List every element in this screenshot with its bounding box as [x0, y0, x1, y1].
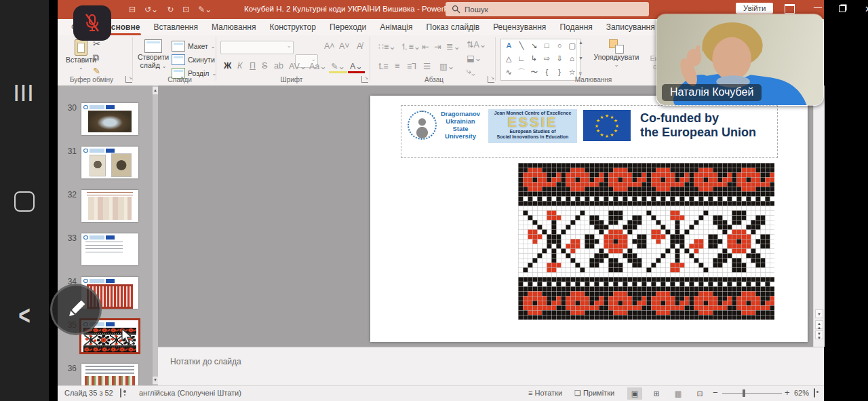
- muted-mic-button[interactable]: [73, 5, 111, 41]
- increase-indent-icon[interactable]: ⇥: [432, 41, 443, 52]
- paragraph-dialog-launcher[interactable]: ↘: [488, 76, 494, 83]
- language-indicator[interactable]: англійська (Сполучені Штати): [139, 389, 241, 397]
- font-color-icon[interactable]: A⌄: [348, 61, 365, 73]
- save-icon[interactable]: ⊟: [129, 4, 136, 15]
- zoom-slider-thumb[interactable]: [743, 389, 745, 397]
- new-slide-button[interactable]: Створити слайд ⌄: [138, 39, 169, 71]
- undo-icon[interactable]: ↺⌄: [144, 4, 158, 15]
- cut-icon[interactable]: ✂: [93, 39, 100, 49]
- align-left-icon[interactable]: Ꝉ≡: [376, 61, 391, 71]
- annotation-pencil-button[interactable]: [50, 284, 102, 335]
- restore-button[interactable]: [839, 5, 846, 14]
- scroll-down-icon[interactable]: ▼: [815, 309, 823, 318]
- bullets-icon[interactable]: ∷≡⌄: [376, 41, 398, 52]
- scribble-shape-icon[interactable]: ∿: [502, 66, 515, 79]
- align-center-icon[interactable]: ≡: [393, 61, 401, 71]
- recents-icon[interactable]: |||: [0, 81, 49, 102]
- shapes-scroll-down-icon[interactable]: ▼: [578, 56, 583, 60]
- minimize-button[interactable]: —: [814, 3, 822, 12]
- highlight-color-icon[interactable]: ✎⌄: [329, 61, 347, 73]
- decrease-indent-icon[interactable]: ⇤: [420, 41, 431, 52]
- tab-slideshow[interactable]: Показ слайдів: [420, 20, 487, 35]
- search-input[interactable]: Пошук: [446, 2, 649, 16]
- logo-strip[interactable]: Dragomanov Ukrainian State University Je…: [401, 105, 778, 158]
- close-button[interactable]: ✕: [865, 4, 868, 14]
- bold-button[interactable]: Ж: [222, 61, 233, 71]
- copy-icon[interactable]: ⧉: [93, 53, 99, 62]
- tab-animations[interactable]: Анімація: [373, 20, 419, 35]
- zoom-in-icon[interactable]: +: [785, 387, 790, 398]
- line-shape-icon[interactable]: ╲: [515, 40, 528, 53]
- curve-shape-icon[interactable]: 〜: [528, 66, 540, 79]
- font-dialog-launcher[interactable]: ↘: [361, 76, 368, 83]
- home-icon[interactable]: [0, 191, 49, 214]
- tab-design[interactable]: Конструктор: [262, 20, 322, 35]
- pen-icon[interactable]: ✎⌄: [198, 4, 212, 15]
- zoom-out-icon[interactable]: −: [713, 387, 718, 398]
- editor-vertical-scrollbar[interactable]: ▼ ▲▲ ▼▼: [813, 85, 825, 347]
- tab-draw[interactable]: Малювання: [205, 20, 262, 35]
- shapes-gallery[interactable]: A ╲ ↘ □ ○ ▢ △ ∟ ↳ ⇨ ⇩ ⌂ ∿ ⌒ 〜 { } ☆: [500, 39, 580, 81]
- tab-view[interactable]: Подання: [553, 20, 599, 35]
- down-arrow-shape-icon[interactable]: ⇩: [553, 53, 566, 66]
- align-right-icon[interactable]: ≡Ꞁ: [405, 61, 418, 71]
- next-slide-icon[interactable]: ▼▼: [815, 330, 823, 339]
- participant-video[interactable]: Наталія Кочубей: [656, 14, 824, 106]
- slide-thumbnail-30[interactable]: [81, 103, 138, 135]
- sign-in-button[interactable]: Увійти: [736, 3, 773, 14]
- arrange-button[interactable]: Упорядкувати⌄: [591, 39, 642, 69]
- fit-to-window-icon[interactable]: [814, 388, 815, 398]
- start-slideshow-icon[interactable]: ⊡: [182, 4, 189, 15]
- char-spacing-button[interactable]: AV⌄: [287, 61, 309, 71]
- justify-icon[interactable]: ☰: [421, 61, 433, 71]
- format-painter-icon[interactable]: ✎: [93, 66, 100, 76]
- textbox-shape-icon[interactable]: A: [502, 40, 515, 53]
- paste-button[interactable]: Вставити⌄: [66, 39, 96, 72]
- back-icon[interactable]: <: [0, 301, 49, 330]
- increase-font-icon[interactable]: A˄: [322, 41, 337, 51]
- zoom-slider-track[interactable]: [722, 393, 782, 394]
- previous-slide-icon[interactable]: ▲▲: [815, 320, 823, 329]
- reading-view-button[interactable]: ▥: [671, 387, 686, 400]
- triangle-shape-icon[interactable]: △: [502, 53, 515, 66]
- shapes-scroll-up-icon[interactable]: ▲: [578, 40, 583, 45]
- tab-transitions[interactable]: Переходи: [323, 20, 373, 35]
- layout-button[interactable]: Макет⌄: [172, 41, 215, 52]
- thumbnails-scrollbar[interactable]: ▲ ▼: [153, 85, 158, 385]
- strikethrough-button[interactable]: S: [260, 61, 269, 71]
- text-shadow-button[interactable]: ab: [272, 61, 285, 71]
- smartart-icon[interactable]: ⤷⌄: [465, 66, 477, 77]
- numbering-icon[interactable]: ⒈≡⌄: [398, 41, 422, 53]
- notes-pane[interactable]: Нотатки до слайда: [158, 347, 824, 386]
- slide-thumbnail-33[interactable]: [81, 233, 138, 265]
- redo-icon[interactable]: ↻: [167, 4, 174, 15]
- oval-shape-icon[interactable]: ○: [553, 40, 566, 53]
- zoom-level[interactable]: 62%: [794, 389, 809, 397]
- comments-toggle[interactable]: ❏ Примітки: [574, 389, 614, 398]
- tab-record[interactable]: Записування: [599, 20, 662, 35]
- slide-sorter-view-button[interactable]: ⊞: [649, 387, 664, 400]
- columns-icon[interactable]: ▥⌄: [437, 61, 456, 71]
- accessibility-icon[interactable]: [120, 388, 121, 398]
- normal-view-button[interactable]: ▣: [627, 387, 642, 400]
- block-arrow-shape-icon[interactable]: ⇨: [540, 53, 553, 66]
- italic-button[interactable]: К: [235, 61, 244, 71]
- elbow-arrow-shape-icon[interactable]: ↳: [528, 53, 540, 66]
- arrow-shape-icon[interactable]: ↘: [528, 40, 540, 53]
- slide-thumbnail-31[interactable]: [81, 147, 138, 178]
- elbow-shape-icon[interactable]: ∟: [515, 53, 528, 66]
- notes-toggle[interactable]: ≡ Нотатки: [528, 389, 562, 397]
- clear-formatting-icon[interactable]: A̸: [355, 41, 364, 51]
- thumbs-scroll-up-icon[interactable]: ▲: [153, 87, 158, 94]
- tab-insert[interactable]: Вставлення: [146, 20, 205, 35]
- rectangle-shape-icon[interactable]: □: [540, 40, 553, 53]
- align-text-icon[interactable]: ⬓⌄: [465, 53, 484, 63]
- slide-thumbnail-32[interactable]: [81, 190, 138, 222]
- clipboard-dialog-launcher[interactable]: ↘: [125, 76, 132, 83]
- thumbs-scroll-down-icon[interactable]: ▼: [153, 377, 158, 384]
- embroidery-pattern[interactable]: [518, 163, 774, 320]
- slide-35-page[interactable]: Dragomanov Ukrainian State University Je…: [370, 96, 808, 342]
- reset-button[interactable]: Скинути: [172, 54, 215, 65]
- change-case-button[interactable]: Aa⌄: [307, 61, 329, 71]
- font-name-combo[interactable]: [220, 41, 294, 54]
